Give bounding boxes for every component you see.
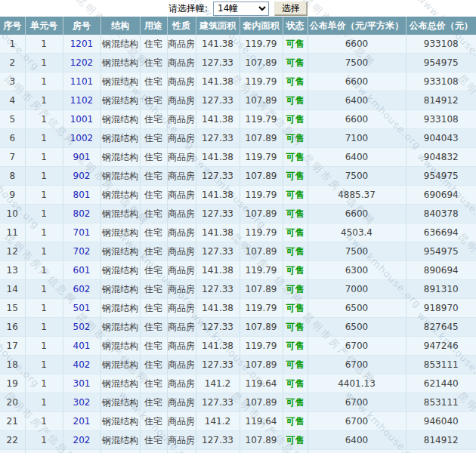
table-row: 71901钢混结构住宅商品房141.38119.79可售6400904832 bbox=[0, 148, 476, 167]
cell-floor-area: 141.2 bbox=[196, 374, 240, 393]
building-select[interactable]: 14幢 bbox=[213, 2, 269, 16]
cell-inner-area: 119.79 bbox=[240, 186, 283, 205]
room-link[interactable]: 501 bbox=[73, 303, 91, 313]
cell-inner-area: 107.89 bbox=[240, 431, 283, 450]
cell-inner-area: 107.89 bbox=[240, 280, 283, 299]
cell-unit-price: 6500 bbox=[308, 299, 406, 318]
cell-seq: 1 bbox=[0, 35, 25, 54]
room-link[interactable]: 802 bbox=[73, 208, 91, 219]
cell-status: 可售 bbox=[283, 205, 308, 223]
room-link[interactable]: 202 bbox=[73, 435, 91, 445]
room-link[interactable]: 401 bbox=[73, 341, 91, 351]
cell-unit-no: 1 bbox=[25, 35, 63, 54]
table-row: 201302钢混结构住宅商品房127.33107.89可售6700853111 bbox=[0, 393, 476, 412]
cell-usage: 住宅 bbox=[140, 261, 167, 280]
cell-inner-area: 119.79 bbox=[240, 110, 283, 129]
cell-structure: 钢混结构 bbox=[100, 299, 140, 318]
cell-usage: 住宅 bbox=[140, 299, 167, 318]
column-header-floor-area: 建筑面积 bbox=[196, 17, 240, 35]
table-row: 411102钢混结构住宅商品房127.33107.89可售6400814912 bbox=[0, 91, 476, 110]
cell-usage: 住宅 bbox=[140, 337, 167, 356]
cell-status: 可售 bbox=[283, 91, 308, 110]
cell-structure: 钢混结构 bbox=[100, 337, 140, 356]
cell-inner-area: 107.89 bbox=[240, 205, 283, 223]
room-link[interactable]: 1101 bbox=[70, 76, 94, 87]
room-link[interactable]: 1001 bbox=[70, 114, 94, 125]
room-link[interactable]: 1102 bbox=[70, 95, 94, 106]
cell-seq: 9 bbox=[0, 186, 25, 205]
cell-room-no: 801 bbox=[63, 186, 100, 205]
room-link[interactable]: 801 bbox=[73, 190, 91, 200]
room-link[interactable]: 601 bbox=[73, 265, 91, 276]
cell-status: 可售 bbox=[283, 148, 308, 167]
cell-status: 可售 bbox=[283, 374, 308, 393]
cell-unit-price: 6600 bbox=[308, 35, 406, 54]
select-building-button[interactable]: 选择 bbox=[274, 2, 308, 16]
cell-nature: 商品房 bbox=[167, 450, 196, 453]
room-link[interactable]: 1002 bbox=[70, 133, 94, 143]
cell-inner-area: 119.79 bbox=[240, 337, 283, 356]
cell-total-price bbox=[406, 450, 476, 453]
cell-status: 可售 bbox=[283, 431, 308, 450]
room-link[interactable]: 602 bbox=[73, 284, 91, 294]
cell-seq: 19 bbox=[0, 374, 25, 393]
column-header-inner-area: 套内面积 bbox=[240, 17, 283, 35]
cell-structure: 钢混结构 bbox=[100, 393, 140, 412]
cell-unit-no: 1 bbox=[25, 91, 63, 110]
room-link[interactable]: 502 bbox=[73, 322, 91, 332]
building-select-bar: 请选择幢: 14幢 选择 bbox=[0, 0, 476, 17]
cell-usage: 住宅 bbox=[140, 223, 167, 242]
room-link[interactable]: 1202 bbox=[70, 57, 94, 68]
cell-room-no: 601 bbox=[63, 261, 100, 280]
cell-total-price: 954975 bbox=[406, 242, 476, 261]
room-link[interactable]: 201 bbox=[73, 416, 91, 427]
cell-structure: 钢混结构 bbox=[100, 356, 140, 374]
table-row: 141602钢混结构住宅商品房127.33107.89可售7000891310 bbox=[0, 280, 476, 299]
cell-status: 可售 bbox=[283, 242, 308, 261]
table-body: 111201钢混结构住宅商品房141.38119.79可售66009331082… bbox=[0, 35, 476, 453]
cell-structure: 钢混结构 bbox=[100, 35, 140, 54]
room-link[interactable]: 902 bbox=[73, 171, 91, 181]
cell-floor-area: 141.38 bbox=[196, 299, 240, 318]
cell-room-no: 802 bbox=[63, 205, 100, 223]
cell-status: 可售 bbox=[283, 393, 308, 412]
room-link[interactable]: 402 bbox=[73, 359, 91, 370]
cell-floor-area: 127.33 bbox=[196, 393, 240, 412]
cell-unit-no: 1 bbox=[25, 393, 63, 412]
cell-seq: 17 bbox=[0, 337, 25, 356]
cell-usage: 住宅 bbox=[140, 205, 167, 223]
room-link[interactable]: 702 bbox=[73, 246, 91, 257]
room-link[interactable]: 701 bbox=[73, 227, 91, 238]
cell-floor-area: 127.33 bbox=[196, 205, 240, 223]
cell-usage: 住宅 bbox=[140, 412, 167, 431]
table-row: 161502钢混结构住宅商品房127.33107.89可售6500827645 bbox=[0, 318, 476, 337]
column-header-room-no: 房号 bbox=[63, 17, 100, 35]
cell-nature: 商品房 bbox=[167, 393, 196, 412]
cell-structure: 钢混结构 bbox=[100, 318, 140, 337]
cell-status: 可售 bbox=[283, 35, 308, 54]
cell-nature: 商品房 bbox=[167, 337, 196, 356]
cell-nature: 商品房 bbox=[167, 431, 196, 450]
cell-status: 可售 bbox=[283, 356, 308, 374]
room-link[interactable]: 901 bbox=[73, 152, 91, 162]
room-link[interactable]: 1201 bbox=[70, 39, 94, 49]
cell-structure: 钢混结构 bbox=[100, 223, 140, 242]
cell-nature: 商品房 bbox=[167, 299, 196, 318]
cell-structure: 钢混结构 bbox=[100, 129, 140, 148]
cell-unit-price: 7000 bbox=[308, 280, 406, 299]
cell-nature: 商品房 bbox=[167, 374, 196, 393]
cell-seq: 18 bbox=[0, 356, 25, 374]
room-link[interactable]: 301 bbox=[73, 378, 91, 389]
cell-structure: 钢混结构 bbox=[100, 261, 140, 280]
cell-inner-area: 119.79 bbox=[240, 35, 283, 54]
cell-unit-no: 1 bbox=[25, 431, 63, 450]
cell-usage: 住宅 bbox=[140, 318, 167, 337]
room-link[interactable]: 302 bbox=[73, 397, 91, 408]
cell-structure: 钢混结构 bbox=[100, 450, 140, 453]
cell-inner-area: 119.64 bbox=[240, 412, 283, 431]
cell-unit-no: 1 bbox=[25, 337, 63, 356]
cell-structure: 钢混结构 bbox=[100, 167, 140, 186]
cell-nature: 商品房 bbox=[167, 186, 196, 205]
cell-inner-area: 119.79 bbox=[240, 261, 283, 280]
cell-room-no bbox=[63, 450, 100, 453]
